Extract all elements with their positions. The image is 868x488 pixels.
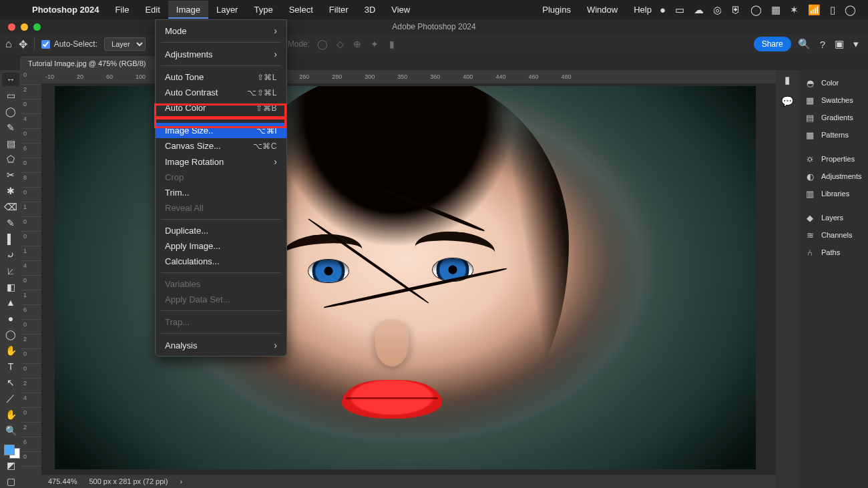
tool-button[interactable]: T <box>2 360 19 373</box>
zoom-level[interactable]: 475.44% <box>48 477 77 485</box>
menu-item-image-size[interactable]: Image Size..⌥⌘I <box>156 123 286 138</box>
menubar-status-icon[interactable]: ⛨ <box>731 4 741 15</box>
share-button[interactable]: Share <box>754 37 791 51</box>
menubar-status-icon[interactable]: ✶ <box>790 4 799 16</box>
tool-button[interactable]: ◯ <box>2 328 19 341</box>
search-icon[interactable]: 🔍 <box>798 38 811 50</box>
panel-patterns[interactable]: ▦Patterns <box>799 126 868 144</box>
menu-item-calculations[interactable]: Calculations... <box>156 254 286 269</box>
menubar-status-icon[interactable]: ▭ <box>675 4 684 16</box>
properties-panel-icon: ⛭ <box>804 154 816 164</box>
menu-layer[interactable]: Layer <box>208 1 246 19</box>
tool-button[interactable]: ⌫ <box>2 200 19 214</box>
tool-button[interactable]: ◯ <box>2 105 19 118</box>
menubar-status-icon[interactable]: ▦ <box>771 4 781 16</box>
menubar-status-icon[interactable]: 📶 <box>808 4 821 16</box>
workspace-icon[interactable]: ▣ <box>835 38 844 50</box>
menu-select[interactable]: Select <box>281 1 321 19</box>
panel-gradients[interactable]: ▤Gradients <box>799 109 868 126</box>
ruler-tick: 300 <box>365 73 375 80</box>
menu-item-mode[interactable]: Mode <box>156 23 286 39</box>
tool-button[interactable]: ↔ <box>2 73 19 86</box>
tool-button[interactable]: ✎ <box>2 121 19 134</box>
tool-button[interactable]: ⬠ <box>2 152 19 166</box>
minimize-window-icon[interactable] <box>21 23 28 31</box>
chevron-down-icon[interactable]: ▾ <box>853 38 859 50</box>
menu-plugins[interactable]: Plugins <box>534 1 579 19</box>
collapsed-panel-icon[interactable]: 💬 <box>781 95 794 107</box>
tool-button[interactable]: ▭ <box>2 89 19 102</box>
menu-help[interactable]: Help <box>626 1 660 19</box>
menu-type[interactable]: Type <box>246 1 280 19</box>
tool-button[interactable]: ⤾ <box>2 248 19 262</box>
help-icon[interactable]: ? <box>820 39 825 50</box>
menu-image[interactable]: Image <box>168 1 208 19</box>
auto-select-target-dropdown[interactable]: Layer <box>104 37 146 51</box>
tool-button[interactable]: ✂ <box>2 168 19 182</box>
menubar-status-icon[interactable]: ● <box>660 4 666 15</box>
menu-edit[interactable]: Edit <box>137 1 168 19</box>
menu-item-auto-contrast[interactable]: Auto Contrast⌥⇧⌘L <box>156 85 286 100</box>
menubar-status-icon[interactable]: ▯ <box>830 4 835 16</box>
menubar-status-icon[interactable]: ☁ <box>694 4 704 16</box>
tool-button[interactable]: ✋ <box>2 344 19 357</box>
tool-button[interactable]: ✎ <box>2 216 19 230</box>
mask-mode-button[interactable]: ◩ <box>2 459 19 472</box>
menu-item-canvas-size[interactable]: Canvas Size...⌥⌘C <box>156 138 286 154</box>
fullscreen-window-icon[interactable] <box>33 23 41 31</box>
menu-filter[interactable]: Filter <box>321 1 357 19</box>
panel-paths[interactable]: ⑃Paths <box>799 244 868 261</box>
tool-button[interactable]: ↖ <box>2 376 19 389</box>
tool-button[interactable]: ● <box>2 312 19 325</box>
tool-button[interactable]: ⟀ <box>2 264 19 278</box>
collapsed-panel-icon[interactable]: ▮ <box>785 74 790 86</box>
menu-window[interactable]: Window <box>579 1 626 19</box>
menu-item-adjustments[interactable]: Adjustments <box>156 46 286 62</box>
libraries-panel-icon: ▥ <box>804 188 816 199</box>
menubar-status-icon[interactable]: ◎ <box>713 4 722 16</box>
tool-button[interactable]: ▤ <box>2 137 19 150</box>
tool-button[interactable]: ▌ <box>2 232 19 246</box>
panel-layers[interactable]: ◆Layers <box>799 209 868 226</box>
menu-3d[interactable]: 3D <box>357 1 384 19</box>
tool-button[interactable]: ✋ <box>2 408 19 421</box>
tool-button[interactable]: ▲ <box>2 296 19 309</box>
menu-view[interactable]: View <box>383 1 418 19</box>
menu-item-trim[interactable]: Trim... <box>156 185 286 200</box>
panel-properties[interactable]: ⛭Properties <box>799 150 868 168</box>
panel-libraries[interactable]: ▥Libraries <box>799 185 868 202</box>
move-tool-icon[interactable]: ✥ <box>19 38 27 51</box>
status-chevron-icon[interactable]: › <box>180 477 182 485</box>
panel-color[interactable]: ◓Color <box>799 74 868 91</box>
menu-item-image-rotation[interactable]: Image Rotation <box>156 154 286 170</box>
foreground-color[interactable] <box>4 445 15 455</box>
menu-item-auto-color[interactable]: Auto Color⇧⌘B <box>156 100 286 115</box>
mask-mode-button[interactable]: ▢ <box>2 475 19 488</box>
menubar-status-icon[interactable]: ◯ <box>750 4 762 16</box>
menu-item-apply-image[interactable]: Apply Image... <box>156 238 286 254</box>
menu-separator <box>161 119 281 119</box>
menubar-status-icon[interactable]: ◯ <box>845 4 856 16</box>
menu-item-duplicate[interactable]: Duplicate... <box>156 223 286 238</box>
menu-item-analysis[interactable]: Analysis <box>156 337 286 353</box>
document-tab[interactable]: Tutorial Image.jpg @ 475% (RGB/8) <box>20 56 159 70</box>
app-name[interactable]: Photoshop 2024 <box>24 5 107 15</box>
panel-swatches[interactable]: ▦Swatches <box>799 91 868 109</box>
image-menu-dropdown[interactable]: ModeAdjustmentsAuto Tone⇧⌘LAuto Contrast… <box>155 19 287 356</box>
tool-button[interactable]: ◧ <box>2 280 19 294</box>
panel-channels[interactable]: ≋Channels <box>799 226 868 244</box>
panel-adjustments[interactable]: ◐Adjustments <box>799 168 868 185</box>
menu-item-auto-tone[interactable]: Auto Tone⇧⌘L <box>156 69 286 85</box>
tool-button[interactable]: ✱ <box>2 184 19 198</box>
tool-button[interactable]: 🔍 <box>2 424 19 437</box>
traffic-lights[interactable] <box>8 23 41 31</box>
close-window-icon[interactable] <box>8 23 15 31</box>
options-bar: ⌂ ✥ Auto-Select: Layer ≡⎕↕⇅⎍≣⋯ 3D Mode: … <box>0 34 868 54</box>
canvas-frame[interactable]: 475.44% 500 px x 281 px (72 ppi) › <box>41 83 776 488</box>
auto-select-checkbox[interactable]: Auto-Select: <box>41 39 97 49</box>
home-icon[interactable]: ⌂ <box>5 38 12 50</box>
color-swatches[interactable] <box>4 445 17 456</box>
auto-select-input[interactable] <box>41 40 50 49</box>
tool-button[interactable]: ／ <box>2 392 19 405</box>
menu-file[interactable]: File <box>107 1 137 19</box>
